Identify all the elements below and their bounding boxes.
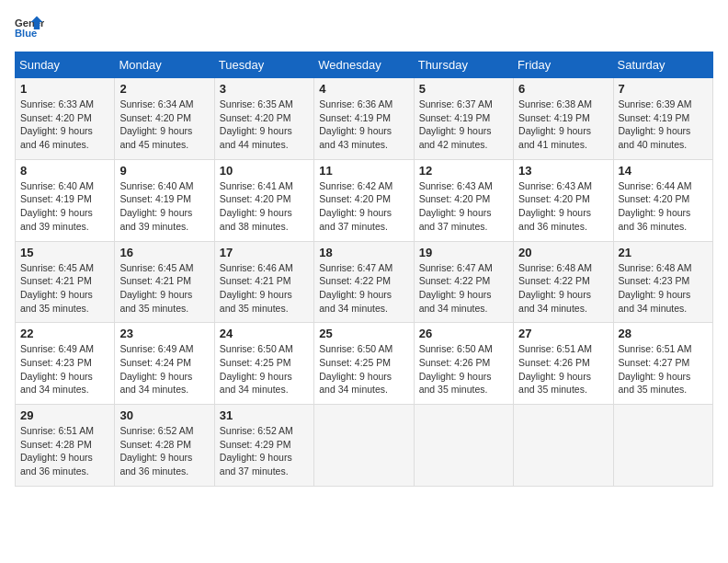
calendar-cell: 24Sunrise: 6:50 AMSunset: 4:25 PMDayligh… [214, 323, 313, 405]
calendar-cell: 12Sunrise: 6:43 AMSunset: 4:20 PMDayligh… [414, 159, 513, 241]
calendar-cell: 19Sunrise: 6:47 AMSunset: 4:22 PMDayligh… [414, 241, 513, 323]
day-number: 22 [20, 327, 109, 340]
day-info: Sunrise: 6:52 AMSunset: 4:29 PMDaylight:… [220, 424, 309, 478]
header: General Blue [15, 15, 713, 40]
day-info: Sunrise: 6:49 AMSunset: 4:24 PMDaylight:… [119, 342, 209, 396]
day-number: 30 [119, 408, 209, 422]
header-sunday: Sunday [16, 52, 115, 78]
day-number: 27 [518, 327, 608, 340]
day-number: 10 [220, 164, 309, 178]
day-info: Sunrise: 6:49 AMSunset: 4:23 PMDaylight:… [20, 342, 109, 396]
day-number: 9 [119, 164, 209, 178]
calendar-week-3: 15Sunrise: 6:45 AMSunset: 4:21 PMDayligh… [16, 241, 713, 323]
calendar-cell: 13Sunrise: 6:43 AMSunset: 4:20 PMDayligh… [514, 159, 613, 241]
day-number: 24 [220, 327, 309, 340]
day-number: 23 [119, 327, 209, 340]
day-number: 15 [20, 246, 109, 259]
day-info: Sunrise: 6:38 AMSunset: 4:19 PMDaylight:… [518, 98, 608, 152]
day-info: Sunrise: 6:43 AMSunset: 4:20 PMDaylight:… [419, 179, 508, 234]
day-number: 12 [419, 164, 508, 178]
day-number: 6 [518, 82, 608, 96]
calendar-cell: 31Sunrise: 6:52 AMSunset: 4:29 PMDayligh… [214, 405, 313, 487]
calendar-cell [514, 405, 613, 487]
day-info: Sunrise: 6:47 AMSunset: 4:22 PMDaylight:… [419, 261, 508, 316]
calendar-cell: 10Sunrise: 6:41 AMSunset: 4:20 PMDayligh… [214, 159, 313, 241]
calendar-cell: 18Sunrise: 6:47 AMSunset: 4:22 PMDayligh… [314, 241, 414, 323]
day-number: 4 [319, 82, 408, 96]
header-saturday: Saturday [613, 52, 712, 78]
svg-text:Blue: Blue [15, 28, 37, 39]
day-info: Sunrise: 6:33 AMSunset: 4:20 PMDaylight:… [20, 98, 109, 152]
calendar-cell: 17Sunrise: 6:46 AMSunset: 4:21 PMDayligh… [214, 241, 313, 323]
day-info: Sunrise: 6:47 AMSunset: 4:22 PMDaylight:… [319, 261, 408, 316]
calendar-header-row: SundayMondayTuesdayWednesdayThursdayFrid… [16, 52, 713, 78]
calendar-week-2: 8Sunrise: 6:40 AMSunset: 4:19 PMDaylight… [16, 159, 713, 241]
day-number: 28 [619, 327, 708, 340]
header-friday: Friday [514, 52, 613, 78]
day-info: Sunrise: 6:51 AMSunset: 4:27 PMDaylight:… [619, 342, 708, 396]
day-info: Sunrise: 6:40 AMSunset: 4:19 PMDaylight:… [119, 179, 209, 234]
calendar-cell: 29Sunrise: 6:51 AMSunset: 4:28 PMDayligh… [16, 405, 115, 487]
calendar-cell: 28Sunrise: 6:51 AMSunset: 4:27 PMDayligh… [613, 323, 712, 405]
day-number: 7 [619, 82, 708, 96]
calendar-cell: 9Sunrise: 6:40 AMSunset: 4:19 PMDaylight… [115, 159, 214, 241]
day-info: Sunrise: 6:50 AMSunset: 4:25 PMDaylight:… [220, 342, 309, 396]
calendar-cell: 5Sunrise: 6:37 AMSunset: 4:19 PMDaylight… [414, 78, 513, 160]
calendar-cell: 16Sunrise: 6:45 AMSunset: 4:21 PMDayligh… [115, 241, 214, 323]
day-info: Sunrise: 6:35 AMSunset: 4:20 PMDaylight:… [220, 98, 309, 152]
day-number: 8 [20, 164, 109, 178]
day-info: Sunrise: 6:43 AMSunset: 4:20 PMDaylight:… [518, 179, 608, 234]
calendar-cell: 20Sunrise: 6:48 AMSunset: 4:22 PMDayligh… [514, 241, 613, 323]
header-tuesday: Tuesday [214, 52, 313, 78]
calendar-cell: 25Sunrise: 6:50 AMSunset: 4:25 PMDayligh… [314, 323, 414, 405]
calendar-week-4: 22Sunrise: 6:49 AMSunset: 4:23 PMDayligh… [16, 323, 713, 405]
day-number: 31 [220, 408, 309, 422]
header-monday: Monday [115, 52, 214, 78]
calendar-week-1: 1Sunrise: 6:33 AMSunset: 4:20 PMDaylight… [16, 78, 713, 160]
day-info: Sunrise: 6:44 AMSunset: 4:20 PMDaylight:… [619, 179, 708, 234]
calendar-cell [414, 405, 513, 487]
calendar-cell: 4Sunrise: 6:36 AMSunset: 4:19 PMDaylight… [314, 78, 414, 160]
calendar-cell: 27Sunrise: 6:51 AMSunset: 4:26 PMDayligh… [514, 323, 613, 405]
calendar-cell [613, 405, 712, 487]
day-info: Sunrise: 6:45 AMSunset: 4:21 PMDaylight:… [119, 261, 209, 316]
day-info: Sunrise: 6:52 AMSunset: 4:28 PMDaylight:… [119, 424, 209, 478]
day-number: 3 [220, 82, 309, 96]
header-wednesday: Wednesday [314, 52, 414, 78]
header-thursday: Thursday [414, 52, 513, 78]
day-number: 21 [619, 246, 708, 259]
day-number: 13 [518, 164, 608, 178]
day-info: Sunrise: 6:51 AMSunset: 4:26 PMDaylight:… [518, 342, 608, 396]
calendar-cell: 6Sunrise: 6:38 AMSunset: 4:19 PMDaylight… [514, 78, 613, 160]
day-number: 19 [419, 246, 508, 259]
day-number: 18 [319, 246, 408, 259]
day-info: Sunrise: 6:41 AMSunset: 4:20 PMDaylight:… [220, 179, 309, 234]
day-number: 29 [20, 408, 109, 422]
day-info: Sunrise: 6:34 AMSunset: 4:20 PMDaylight:… [119, 98, 209, 152]
calendar-table: SundayMondayTuesdayWednesdayThursdayFrid… [15, 52, 713, 487]
calendar-cell: 1Sunrise: 6:33 AMSunset: 4:20 PMDaylight… [16, 78, 115, 160]
calendar-cell: 22Sunrise: 6:49 AMSunset: 4:23 PMDayligh… [16, 323, 115, 405]
logo: General Blue [15, 15, 44, 40]
day-info: Sunrise: 6:37 AMSunset: 4:19 PMDaylight:… [419, 98, 508, 152]
day-info: Sunrise: 6:46 AMSunset: 4:21 PMDaylight:… [220, 261, 309, 316]
logo-icon: General Blue [15, 15, 44, 40]
calendar-cell: 23Sunrise: 6:49 AMSunset: 4:24 PMDayligh… [115, 323, 214, 405]
day-info: Sunrise: 6:36 AMSunset: 4:19 PMDaylight:… [319, 98, 408, 152]
calendar-cell: 21Sunrise: 6:48 AMSunset: 4:23 PMDayligh… [613, 241, 712, 323]
calendar-cell: 15Sunrise: 6:45 AMSunset: 4:21 PMDayligh… [16, 241, 115, 323]
calendar-cell: 30Sunrise: 6:52 AMSunset: 4:28 PMDayligh… [115, 405, 214, 487]
calendar-cell: 3Sunrise: 6:35 AMSunset: 4:20 PMDaylight… [214, 78, 313, 160]
day-info: Sunrise: 6:48 AMSunset: 4:23 PMDaylight:… [619, 261, 708, 316]
day-number: 25 [319, 327, 408, 340]
day-number: 26 [419, 327, 508, 340]
calendar-cell: 11Sunrise: 6:42 AMSunset: 4:20 PMDayligh… [314, 159, 414, 241]
calendar-cell [314, 405, 414, 487]
calendar-cell: 2Sunrise: 6:34 AMSunset: 4:20 PMDaylight… [115, 78, 214, 160]
day-info: Sunrise: 6:45 AMSunset: 4:21 PMDaylight:… [20, 261, 109, 316]
day-info: Sunrise: 6:51 AMSunset: 4:28 PMDaylight:… [20, 424, 109, 478]
day-info: Sunrise: 6:40 AMSunset: 4:19 PMDaylight:… [20, 179, 109, 234]
day-number: 16 [119, 246, 209, 259]
day-number: 20 [518, 246, 608, 259]
day-number: 1 [20, 82, 109, 96]
